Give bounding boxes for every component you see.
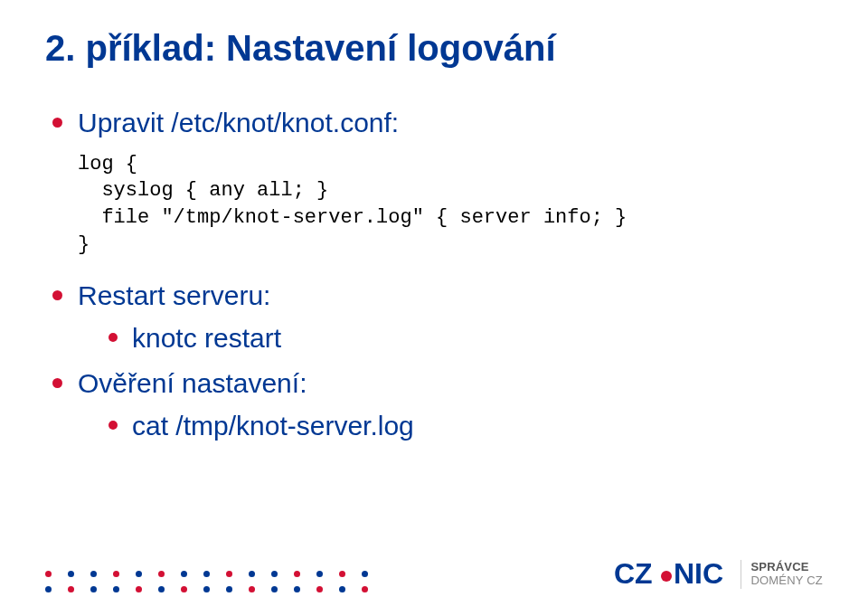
bullet-label: Upravit /etc/knot/knot.conf: <box>78 108 399 137</box>
sub-bullet-cat: cat /tmp/knot-server.log <box>108 408 823 445</box>
cznic-logo-icon: CZ NIC <box>614 556 731 592</box>
bullet-edit-conf: Upravit /etc/knot/knot.conf: <box>52 105 823 142</box>
slide: 2. příklad: Nastavení logování Upravit /… <box>0 0 868 616</box>
logo-line2: DOMÉNY CZ <box>750 574 823 588</box>
svg-point-1 <box>661 571 672 582</box>
bullet-label: Restart serveru: <box>78 280 270 310</box>
logo: CZ NIC SPRÁVCE DOMÉNY CZ <box>614 556 823 592</box>
sub-bullet-label: knotc restart <box>132 323 281 353</box>
svg-text:NIC: NIC <box>674 557 723 590</box>
slide-title: 2. příklad: Nastavení logování <box>45 27 823 69</box>
code-block: log { syslog { any all; } file "/tmp/kno… <box>78 151 823 259</box>
logo-tagline: SPRÁVCE DOMÉNY CZ <box>750 561 823 588</box>
sub-bullet-label: cat /tmp/knot-server.log <box>132 411 414 441</box>
bullet-label: Ověření nastavení: <box>78 368 307 398</box>
slide-content: Upravit /etc/knot/knot.conf: log { syslo… <box>45 105 823 444</box>
logo-line1: SPRÁVCE <box>750 561 823 574</box>
bullet-verify: Ověření nastavení: cat /tmp/knot-server.… <box>52 365 823 444</box>
logo-divider <box>741 560 741 589</box>
slide-footer: CZ NIC SPRÁVCE DOMÉNY CZ <box>45 556 823 592</box>
sub-bullet-knotc: knotc restart <box>108 320 823 357</box>
dots-pattern <box>45 571 368 592</box>
bullet-restart: Restart serveru: knotc restart <box>52 278 823 356</box>
svg-text:CZ: CZ <box>614 557 653 590</box>
